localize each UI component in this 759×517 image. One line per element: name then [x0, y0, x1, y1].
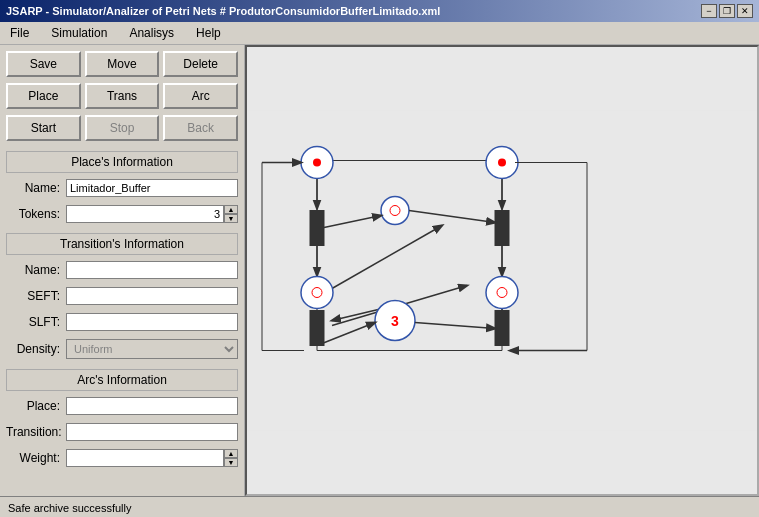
transitions-seft-label: SEFT: [6, 289, 66, 303]
arcs-transition-label: Transition: [6, 425, 66, 439]
transitions-slft-row: SLFT: [6, 313, 238, 331]
places-name-row: Name: [6, 179, 238, 197]
transitions-density-row: Density: Uniform Exponential Normal [6, 339, 238, 359]
window-title: JSARP - Simulator/Analizer of Petri Nets… [6, 5, 440, 17]
menu-simulation[interactable]: Simulation [45, 24, 113, 42]
svg-point-23 [381, 197, 409, 225]
tokens-decrement[interactable]: ▼ [224, 214, 238, 223]
toolbar-row-1: Save Move Delete [6, 51, 238, 77]
arcs-place-label: Place: [6, 399, 66, 413]
svg-rect-25 [310, 211, 324, 246]
arc-button[interactable]: Arc [163, 83, 238, 109]
svg-text:3: 3 [391, 313, 399, 329]
arcs-place-row: Place: [6, 397, 238, 415]
transitions-density-select[interactable]: Uniform Exponential Normal [66, 339, 238, 359]
save-button[interactable]: Save [6, 51, 81, 77]
delete-button[interactable]: Delete [163, 51, 238, 77]
move-button[interactable]: Move [85, 51, 160, 77]
places-tokens-row: Tokens: ▲ ▼ [6, 205, 238, 223]
arcs-section-header: Arc's Information [6, 369, 238, 391]
svg-rect-26 [495, 211, 509, 246]
title-bar-buttons: − ❐ ✕ [701, 4, 753, 18]
left-panel: Save Move Delete Place Trans Arc Start S… [0, 45, 245, 496]
transitions-seft-input[interactable] [66, 287, 238, 305]
close-button[interactable]: ✕ [737, 4, 753, 18]
transitions-slft-label: SLFT: [6, 315, 66, 329]
minimize-button[interactable]: − [701, 4, 717, 18]
places-tokens-input[interactable] [66, 205, 224, 223]
svg-point-14 [313, 159, 321, 167]
weight-increment[interactable]: ▲ [224, 449, 238, 458]
right-panel[interactable]: 3 [245, 45, 759, 496]
menu-file[interactable]: File [4, 24, 35, 42]
arcs-weight-row: Weight: ▲ ▼ [6, 449, 238, 467]
status-bar: Safe archive successfully [0, 496, 759, 517]
transitions-name-label: Name: [6, 263, 66, 277]
svg-point-17 [301, 277, 333, 309]
svg-rect-27 [310, 311, 324, 346]
toolbar-row-3: Start Stop Back [6, 115, 238, 141]
menu-analisys[interactable]: Analisys [123, 24, 180, 42]
petri-net-svg: 3 [247, 47, 757, 494]
transitions-slft-input[interactable] [66, 313, 238, 331]
arcs-weight-label: Weight: [6, 451, 66, 465]
restore-button[interactable]: ❐ [719, 4, 735, 18]
stop-button[interactable]: Stop [85, 115, 160, 141]
transitions-name-row: Name: [6, 261, 238, 279]
place-button[interactable]: Place [6, 83, 81, 109]
back-button[interactable]: Back [163, 115, 238, 141]
petri-canvas[interactable]: 3 [247, 47, 757, 494]
transitions-section-header: Transition's Information [6, 233, 238, 255]
start-button[interactable]: Start [6, 115, 81, 141]
title-bar: JSARP - Simulator/Analizer of Petri Nets… [0, 0, 759, 22]
arcs-weight-input[interactable] [66, 449, 224, 467]
places-name-label: Name: [6, 181, 66, 195]
places-tokens-label: Tokens: [6, 207, 66, 221]
arcs-place-input[interactable] [66, 397, 238, 415]
svg-point-19 [486, 277, 518, 309]
menu-help[interactable]: Help [190, 24, 227, 42]
svg-rect-28 [495, 311, 509, 346]
weight-decrement[interactable]: ▼ [224, 458, 238, 467]
places-name-input[interactable] [66, 179, 238, 197]
transitions-seft-row: SEFT: [6, 287, 238, 305]
transitions-name-input[interactable] [66, 261, 238, 279]
trans-button[interactable]: Trans [85, 83, 160, 109]
svg-point-16 [498, 159, 506, 167]
arcs-transition-row: Transition: [6, 423, 238, 441]
tokens-increment[interactable]: ▲ [224, 205, 238, 214]
toolbar-row-2: Place Trans Arc [6, 83, 238, 109]
transitions-density-label: Density: [6, 342, 66, 356]
places-section-header: Place's Information [6, 151, 238, 173]
status-message: Safe archive successfully [8, 502, 132, 514]
menu-bar: File Simulation Analisys Help [0, 22, 759, 45]
arcs-transition-input[interactable] [66, 423, 238, 441]
